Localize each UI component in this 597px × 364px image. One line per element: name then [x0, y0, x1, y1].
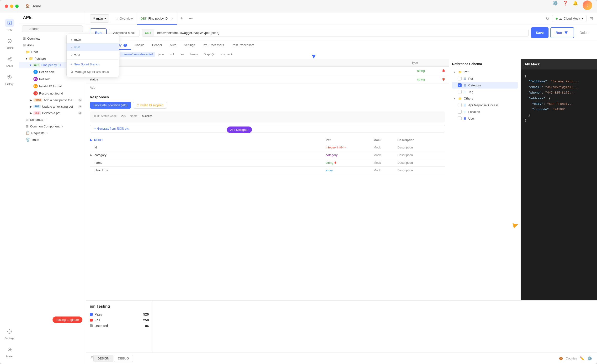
help-icon[interactable]: ❓ — [563, 0, 568, 12]
sub-tab-header[interactable]: Header — [148, 41, 166, 50]
ref-schema-title: Reference Schema — [452, 62, 518, 66]
dropdown-item-v50[interactable]: ⑂ v5.0 — [67, 43, 119, 51]
category-checkbox[interactable]: ✓ — [458, 83, 462, 87]
ref-group-pet[interactable]: ▾ 📁 Pet — [452, 69, 518, 75]
api-response-checkbox[interactable] — [458, 103, 462, 107]
minimize-button[interactable] — [10, 5, 13, 8]
ref-item-category[interactable]: ✓ ⊞ Category — [452, 82, 518, 89]
url-input[interactable] — [154, 29, 528, 37]
run-button-arrow: ▼ — [310, 53, 317, 60]
tree-item-schemas[interactable]: ⊞ Schemas › — [19, 116, 86, 123]
body-type-raw[interactable]: raw — [177, 52, 187, 57]
sidebar-item-invite[interactable]: Invite — [0, 343, 19, 360]
tree-item-requests[interactable]: 📋 Requests › — [19, 130, 86, 136]
photo-urls-mock[interactable]: Mock — [373, 169, 397, 172]
user-checkbox[interactable] — [458, 116, 462, 120]
search-input[interactable] — [22, 25, 83, 32]
tree-item-pet-sold-label: Pet sold — [39, 77, 50, 81]
body-type-json[interactable]: json — [156, 52, 166, 57]
save-button[interactable]: Save — [531, 27, 549, 38]
debug-tab[interactable]: DEBUG — [114, 355, 133, 362]
home-button[interactable]: 🏠 Home — [25, 4, 41, 8]
tab-close-icon[interactable]: ✕ — [171, 17, 173, 20]
delete-pet-method: DEL — [33, 111, 41, 115]
gear-icon[interactable]: ⚙️ — [553, 0, 558, 12]
root-row: ▶ ROOT Pet Mock Description — [90, 136, 445, 144]
category-expand-icon[interactable]: ▶ — [90, 153, 94, 157]
dropdown-item-main[interactable]: ⑂ main — [67, 36, 119, 43]
response-tab-invalid[interactable]: ⬡ Invalid ID supplied — [133, 102, 167, 108]
tab-overview-icon: ≡ — [116, 17, 118, 21]
category-mock[interactable]: Mock — [373, 153, 397, 157]
design-tab[interactable]: DESIGN — [93, 355, 113, 362]
sidebar-item-share[interactable]: Share — [0, 53, 19, 70]
body-type-urlencoded[interactable]: x-www-form-urlencoded — [120, 52, 155, 57]
body-type-msgpack[interactable]: msgpack — [219, 52, 235, 57]
delete-button[interactable]: Delete — [576, 27, 593, 38]
ref-item-user[interactable]: ⊞ User — [452, 115, 518, 122]
generate-btn[interactable]: ↗ Generate from JSON etc. — [90, 125, 445, 132]
pet-checkbox[interactable] — [458, 77, 462, 80]
cloud-mock-button[interactable]: ☁ Cloud Mock ▾ — [552, 15, 587, 22]
edit-icon[interactable]: ✏️ — [580, 356, 585, 361]
ref-item-api-response[interactable]: ⊞ ApiResponseSuccess — [452, 102, 518, 108]
body-type-binary[interactable]: binary — [188, 52, 200, 57]
avatar[interactable]: J — [583, 0, 592, 10]
tag-checkbox[interactable] — [458, 90, 462, 94]
sub-tab-pre-processors[interactable]: Pre Processors — [199, 41, 228, 50]
body-type-xml[interactable]: xml — [167, 52, 176, 57]
sidebar-item-history[interactable]: History — [0, 71, 19, 88]
sub-tab-auth[interactable]: Auth — [166, 41, 180, 50]
testing-icon — [5, 37, 14, 45]
ref-group-others[interactable]: ▾ 📁 Others — [452, 95, 518, 102]
sidebar-item-settings[interactable]: Settings — [0, 325, 19, 342]
tree-item-update-pet[interactable]: ▶ PUT Update an existing pet 9 — [19, 103, 86, 110]
id-mock[interactable]: Mock — [373, 146, 397, 149]
sub-tab-settings[interactable]: Settings — [180, 41, 199, 50]
ref-item-location[interactable]: ⊞ LocalIon — [452, 108, 518, 115]
tab-more-button[interactable]: ••• — [186, 12, 196, 25]
tree-item-delete-pet[interactable]: ▶ DEL Deletes a pet 3 — [19, 110, 86, 116]
response-tab-200[interactable]: Successful operation (200) — [90, 102, 131, 108]
run-action-button[interactable]: Run ▼ — [550, 27, 574, 38]
tree-item-common[interactable]: ⊞ Common Component › — [19, 123, 86, 130]
sidebar-item-apis[interactable]: APIs — [0, 16, 19, 33]
root-expand-icon[interactable]: ▶ — [90, 138, 92, 142]
tree-item-invalid-id[interactable]: Lo Invalid ID format — [19, 83, 86, 90]
tree-item-trash[interactable]: 🗑️ Trash — [19, 136, 86, 143]
location-checkbox[interactable] — [458, 110, 462, 114]
tab-find-pet-label: Find pet by ID — [148, 17, 168, 20]
sub-tab-post-processors[interactable]: Post Processors — [228, 41, 258, 50]
close-button[interactable] — [5, 5, 8, 8]
update-pet-expand-icon: ▶ — [30, 105, 32, 108]
name-mock[interactable]: Mock — [373, 161, 397, 164]
code-line-2: "fullName": "Jeremy Pari... — [525, 79, 593, 84]
cookies-label[interactable]: Cookies — [566, 356, 577, 360]
tab-add-button[interactable]: + — [177, 12, 186, 25]
sub-tab-cookie[interactable]: Cookie — [131, 41, 148, 50]
tree-item-add-pet[interactable]: ▶ POST Add a new pet to the... 5 — [19, 97, 86, 103]
maximize-button[interactable] — [15, 5, 19, 8]
add-param-button[interactable]: Add — [86, 84, 449, 91]
collapse-icon[interactable]: « — [91, 355, 93, 362]
branch-selector[interactable]: ⑂ main ▾ — [90, 14, 109, 23]
sync-icon[interactable]: ↻ — [546, 16, 549, 21]
settings-bottom-icon[interactable]: ⚙️ — [588, 356, 592, 361]
sidebar-toggle-icon[interactable]: ⊟ — [589, 16, 593, 21]
action-buttons: Save Run ▼ Delete — [531, 27, 593, 38]
branch-dropdown: ⑂ main ⑂ v5.0 ⑂ v2.3 + New Sprint Branch… — [66, 34, 119, 77]
dropdown-add-branch[interactable]: + New Sprint Branch — [67, 61, 119, 68]
dropdown-item-v23[interactable]: ⑂ v2.3 — [67, 51, 119, 58]
bell-icon[interactable]: 🔔 — [573, 0, 578, 12]
ref-item-tag[interactable]: ⊞ Tag — [452, 89, 518, 95]
tree-item-record-not-found[interactable]: CI Record not found — [19, 90, 86, 97]
tab-overview[interactable]: ≡ Overview — [112, 12, 137, 25]
dropdown-manage-branches[interactable]: ⚙ Manage Sprint Branches — [67, 68, 119, 75]
body-type-graphql[interactable]: GraphQL — [201, 52, 218, 57]
sidebar-item-testing[interactable]: Testing — [0, 34, 19, 52]
http-status-value: 200 — [121, 114, 126, 118]
ref-item-pet[interactable]: ⊞ Pet — [452, 75, 518, 82]
code-line-9: } — [525, 118, 593, 124]
pet-group-label: Pet — [464, 70, 469, 74]
tab-find-pet[interactable]: GET Find pet by ID ✕ — [137, 12, 178, 25]
